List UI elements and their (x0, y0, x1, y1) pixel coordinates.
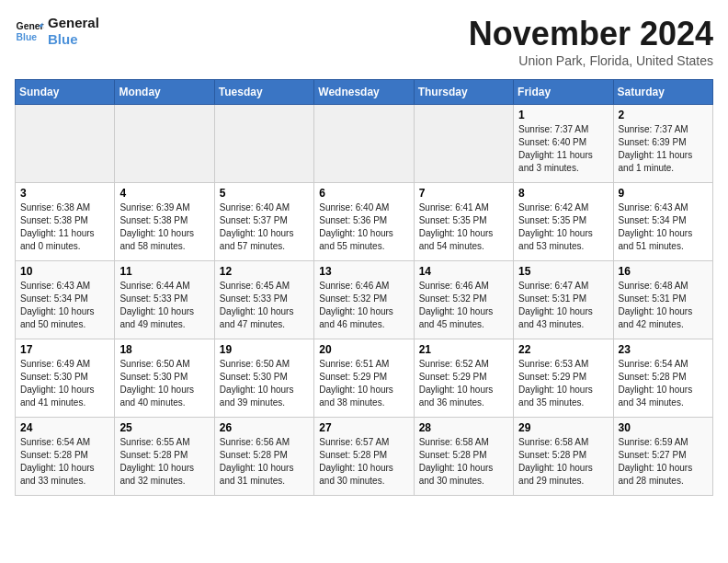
day-number: 10 (20, 265, 109, 278)
day-header-tuesday: Tuesday (214, 80, 313, 105)
day-info: Sunrise: 6:45 AM Sunset: 5:33 PM Dayligh… (220, 280, 309, 331)
day-number: 22 (518, 343, 608, 356)
day-header-wednesday: Wednesday (314, 80, 414, 105)
calendar-cell: 13Sunrise: 6:46 AM Sunset: 5:32 PM Dayli… (314, 261, 414, 339)
calendar-cell: 14Sunrise: 6:46 AM Sunset: 5:32 PM Dayli… (414, 261, 513, 339)
calendar-cell: 5Sunrise: 6:40 AM Sunset: 5:37 PM Daylig… (214, 183, 313, 261)
day-info: Sunrise: 6:50 AM Sunset: 5:30 PM Dayligh… (119, 358, 209, 409)
calendar-cell: 20Sunrise: 6:51 AM Sunset: 5:29 PM Dayli… (314, 339, 414, 418)
week-row-4: 17Sunrise: 6:49 AM Sunset: 5:30 PM Dayli… (16, 339, 713, 418)
calendar-cell (314, 105, 414, 183)
day-info: Sunrise: 6:43 AM Sunset: 5:34 PM Dayligh… (20, 280, 109, 331)
calendar-cell: 10Sunrise: 6:43 AM Sunset: 5:34 PM Dayli… (16, 261, 115, 339)
day-info: Sunrise: 6:53 AM Sunset: 5:29 PM Dayligh… (518, 358, 608, 409)
logo-line2: Blue (48, 31, 99, 48)
calendar-cell (414, 105, 513, 183)
day-number: 21 (419, 343, 508, 356)
day-number: 13 (319, 265, 408, 278)
calendar-cell: 28Sunrise: 6:58 AM Sunset: 5:28 PM Dayli… (414, 418, 513, 496)
calendar-cell: 29Sunrise: 6:58 AM Sunset: 5:28 PM Dayli… (514, 418, 613, 496)
day-header-saturday: Saturday (613, 80, 712, 105)
calendar-cell (214, 105, 313, 183)
day-info: Sunrise: 6:46 AM Sunset: 5:32 PM Dayligh… (419, 280, 508, 331)
day-info: Sunrise: 6:58 AM Sunset: 5:28 PM Dayligh… (518, 436, 608, 488)
day-number: 6 (319, 187, 408, 200)
day-info: Sunrise: 6:58 AM Sunset: 5:28 PM Dayligh… (419, 436, 508, 488)
day-number: 5 (220, 187, 309, 200)
calendar-cell: 3Sunrise: 6:38 AM Sunset: 5:38 PM Daylig… (16, 183, 115, 261)
calendar-table: SundayMondayTuesdayWednesdayThursdayFrid… (15, 79, 713, 496)
day-info: Sunrise: 6:43 AM Sunset: 5:34 PM Dayligh… (619, 201, 708, 253)
page-header: General Blue General Blue November 2024 … (15, 15, 713, 68)
day-header-monday: Monday (115, 80, 214, 105)
calendar-cell: 22Sunrise: 6:53 AM Sunset: 5:29 PM Dayli… (514, 339, 613, 418)
day-header-thursday: Thursday (414, 80, 513, 105)
day-number: 16 (619, 265, 708, 278)
calendar-cell: 18Sunrise: 6:50 AM Sunset: 5:30 PM Dayli… (115, 339, 214, 418)
day-info: Sunrise: 6:44 AM Sunset: 5:33 PM Dayligh… (119, 280, 209, 331)
day-info: Sunrise: 6:39 AM Sunset: 5:38 PM Dayligh… (119, 201, 209, 253)
day-number: 1 (518, 109, 608, 121)
calendar-cell: 24Sunrise: 6:54 AM Sunset: 5:28 PM Dayli… (16, 418, 115, 496)
day-number: 19 (220, 343, 309, 356)
day-number: 28 (419, 421, 508, 434)
day-info: Sunrise: 6:41 AM Sunset: 5:35 PM Dayligh… (419, 201, 508, 253)
calendar-cell (16, 105, 115, 183)
day-info: Sunrise: 6:56 AM Sunset: 5:28 PM Dayligh… (220, 436, 309, 488)
day-number: 17 (20, 343, 109, 356)
calendar-cell (115, 105, 214, 183)
calendar-cell: 25Sunrise: 6:55 AM Sunset: 5:28 PM Dayli… (115, 418, 214, 496)
calendar-cell: 8Sunrise: 6:42 AM Sunset: 5:35 PM Daylig… (514, 183, 613, 261)
day-number: 8 (518, 187, 608, 200)
calendar-cell: 2Sunrise: 7:37 AM Sunset: 6:39 PM Daylig… (613, 105, 712, 183)
title-section: November 2024 Union Park, Florida, Unite… (469, 15, 713, 68)
day-number: 14 (419, 265, 508, 278)
day-info: Sunrise: 6:51 AM Sunset: 5:29 PM Dayligh… (319, 358, 408, 409)
calendar-cell: 16Sunrise: 6:48 AM Sunset: 5:31 PM Dayli… (613, 261, 712, 339)
day-number: 18 (119, 343, 209, 356)
day-info: Sunrise: 6:52 AM Sunset: 5:29 PM Dayligh… (419, 358, 508, 409)
day-number: 20 (319, 343, 408, 356)
day-number: 11 (119, 265, 209, 278)
calendar-cell: 17Sunrise: 6:49 AM Sunset: 5:30 PM Dayli… (16, 339, 115, 418)
day-info: Sunrise: 6:42 AM Sunset: 5:35 PM Dayligh… (518, 201, 608, 253)
calendar-cell: 19Sunrise: 6:50 AM Sunset: 5:30 PM Dayli… (214, 339, 313, 418)
day-info: Sunrise: 6:40 AM Sunset: 5:37 PM Dayligh… (220, 201, 309, 253)
day-number: 7 (419, 187, 508, 200)
day-number: 4 (119, 187, 209, 200)
day-info: Sunrise: 6:47 AM Sunset: 5:31 PM Dayligh… (518, 280, 608, 331)
calendar-cell: 23Sunrise: 6:54 AM Sunset: 5:28 PM Dayli… (613, 339, 712, 418)
calendar-cell: 9Sunrise: 6:43 AM Sunset: 5:34 PM Daylig… (613, 183, 712, 261)
day-header-sunday: Sunday (16, 80, 115, 105)
week-row-5: 24Sunrise: 6:54 AM Sunset: 5:28 PM Dayli… (16, 418, 713, 496)
week-row-1: 1Sunrise: 7:37 AM Sunset: 6:40 PM Daylig… (16, 105, 713, 183)
day-info: Sunrise: 6:57 AM Sunset: 5:28 PM Dayligh… (319, 436, 408, 488)
day-info: Sunrise: 6:50 AM Sunset: 5:30 PM Dayligh… (220, 358, 309, 409)
day-info: Sunrise: 7:37 AM Sunset: 6:40 PM Dayligh… (518, 123, 608, 175)
svg-text:Blue: Blue (17, 32, 38, 42)
logo-icon: General Blue (15, 17, 44, 46)
day-number: 29 (518, 421, 608, 434)
day-number: 23 (619, 343, 708, 356)
week-row-3: 10Sunrise: 6:43 AM Sunset: 5:34 PM Dayli… (16, 261, 713, 339)
calendar-cell: 1Sunrise: 7:37 AM Sunset: 6:40 PM Daylig… (514, 105, 613, 183)
month-title: November 2024 (469, 15, 713, 53)
calendar-cell: 7Sunrise: 6:41 AM Sunset: 5:35 PM Daylig… (414, 183, 513, 261)
day-number: 15 (518, 265, 608, 278)
calendar-cell: 6Sunrise: 6:40 AM Sunset: 5:36 PM Daylig… (314, 183, 414, 261)
day-info: Sunrise: 6:48 AM Sunset: 5:31 PM Dayligh… (619, 280, 708, 331)
day-number: 2 (619, 109, 708, 121)
day-number: 12 (220, 265, 309, 278)
day-info: Sunrise: 6:54 AM Sunset: 5:28 PM Dayligh… (20, 436, 109, 488)
day-info: Sunrise: 6:59 AM Sunset: 5:27 PM Dayligh… (619, 436, 708, 488)
day-info: Sunrise: 6:55 AM Sunset: 5:28 PM Dayligh… (119, 436, 209, 488)
day-number: 26 (220, 421, 309, 434)
day-info: Sunrise: 6:46 AM Sunset: 5:32 PM Dayligh… (319, 280, 408, 331)
day-info: Sunrise: 6:40 AM Sunset: 5:36 PM Dayligh… (319, 201, 408, 253)
calendar-cell: 30Sunrise: 6:59 AM Sunset: 5:27 PM Dayli… (613, 418, 712, 496)
calendar-cell: 21Sunrise: 6:52 AM Sunset: 5:29 PM Dayli… (414, 339, 513, 418)
calendar-cell: 12Sunrise: 6:45 AM Sunset: 5:33 PM Dayli… (214, 261, 313, 339)
day-number: 27 (319, 421, 408, 434)
logo-line1: General (48, 15, 99, 31)
calendar-cell: 11Sunrise: 6:44 AM Sunset: 5:33 PM Dayli… (115, 261, 214, 339)
